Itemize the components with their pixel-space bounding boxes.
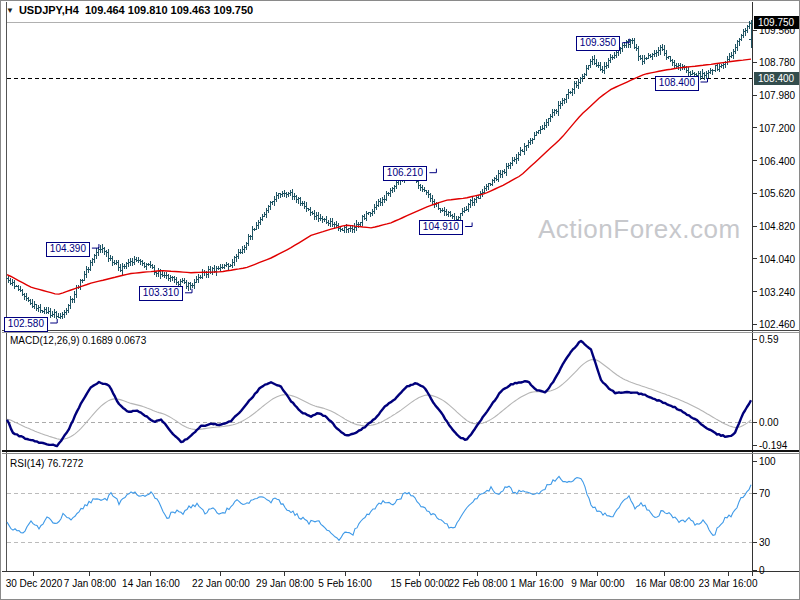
macd-axis-label: 0.00 (759, 417, 778, 428)
rsi-axis-label: 100 (759, 456, 776, 467)
price-swing-label: 102.580 (4, 317, 48, 332)
macd-signal-line (7, 359, 751, 439)
y-axis-label: 103.240 (759, 287, 795, 298)
price-swing-label: 104.390 (46, 242, 90, 257)
price-swing-label: 104.910 (419, 220, 463, 235)
y-axis-label: 102.460 (759, 319, 795, 330)
macd-indicator-label: MACD(12,26,9) 0.1689 0.0673 (10, 335, 146, 346)
rsi-line (7, 477, 751, 541)
price-bars-series (6, 20, 752, 319)
price-swing-label: 106.210 (383, 166, 427, 181)
chart-title: ▼USDJPY,H4 109.464 109.810 109.463 109.7… (6, 4, 253, 16)
y-axis-label: 107.980 (759, 90, 795, 101)
x-axis-label: 23 Mar 16:00 (683, 578, 773, 589)
macd-axis-label: -0.194 (759, 440, 787, 451)
price-swing-label: 108.400 (655, 76, 699, 91)
axis-price-box: 108.400 (754, 72, 800, 85)
mt4-chart-window: ActionForex.com ▼USDJPY,H4 109.464 109.8… (0, 0, 800, 600)
price-label-connector (465, 223, 472, 227)
y-axis-label: 104.820 (759, 221, 795, 232)
rsi-indicator-label: RSI(14) 76.7272 (10, 458, 83, 469)
rsi-axis-label: 70 (759, 488, 770, 499)
y-axis-label: 106.400 (759, 156, 795, 167)
price-label-connector (429, 169, 436, 173)
y-axis-label: 104.040 (759, 254, 795, 265)
chart-symbol-period: USDJPY,H4 (19, 4, 79, 16)
chart-ohlc-values: 109.464 109.810 109.463 109.750 (85, 4, 253, 16)
rsi-axis-label: 30 (759, 537, 770, 548)
rsi-axis-label: 0 (759, 565, 765, 576)
macd-main-line (7, 341, 751, 446)
y-axis-label: 108.780 (759, 57, 795, 68)
y-axis-label: 107.200 (759, 123, 795, 134)
moving-average-line (7, 59, 751, 294)
dropdown-triangle-icon: ▼ (6, 6, 14, 15)
price-swing-label: 109.350 (576, 36, 620, 51)
y-axis-label: 105.620 (759, 188, 795, 199)
price-label-connector (50, 319, 57, 323)
macd-axis-label: 0.59 (759, 334, 778, 345)
price-swing-label: 103.310 (139, 286, 183, 301)
axis-price-box: 109.750 (754, 16, 800, 29)
